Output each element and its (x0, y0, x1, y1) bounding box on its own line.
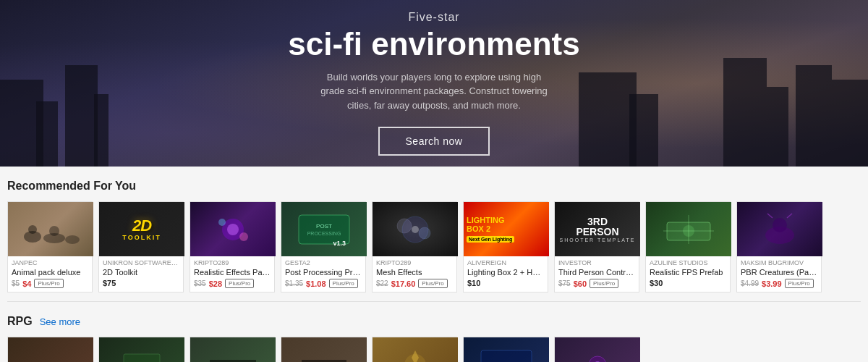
thumb-visual: 3RDPERSON SHOOTER TEMPLATE (555, 202, 640, 256)
recommended-title: Recommended For You (7, 180, 136, 193)
svg-point-8 (239, 232, 248, 241)
thumb-visual: LightingBox 2 Next Gen Lighting (464, 202, 549, 256)
thumb-visual (8, 202, 93, 256)
hero-search-button[interactable]: Search now (378, 127, 490, 156)
hero-title: sci-fi environments (288, 27, 579, 62)
product-info-pbr-creatures: MAKSIM BUGRIMOV PBR Creatures (Pack) $4.… (737, 256, 821, 292)
product-card-post-processing[interactable]: POST PROCESSING v1.3 GESTA2 Post Process… (281, 201, 366, 292)
rpg-product-card-2[interactable] (98, 337, 184, 362)
thumb-visual: Village Exteriors Kit (190, 337, 276, 362)
product-thumb-third-person: 3RDPERSON SHOOTER TEMPLATE (555, 202, 640, 256)
price-row: $22 $17.60 Plus/Pro (376, 279, 453, 288)
old-price: $22 (376, 279, 388, 287)
product-name-label: 2D Toolkit (103, 268, 179, 277)
price-row: $30 (650, 279, 726, 287)
product-name-label: Realistic Effects Pack 4 (194, 268, 271, 277)
product-card-lighting-box[interactable]: LightingBox 2 Next Gen Lighting ALIVEREI… (463, 201, 548, 292)
rpg-product-card-4[interactable]: Village Interiors Kit Village Interiors … (281, 337, 366, 362)
svg-line-23 (767, 214, 773, 218)
publisher-label: INVESTOR (558, 259, 635, 266)
product-card-animal-pack[interactable]: JANPEC Animal pack deluxe $5 $4 Plus/Pro (7, 201, 93, 292)
rpg-product-card-3[interactable]: Village Exteriors Kit Village Exteriors … (190, 337, 275, 362)
rpg-title: RPG (7, 315, 33, 328)
product-card-effects-pack[interactable]: KRIPTO289 Realistic Effects Pack 4 $35 $… (190, 201, 275, 292)
thumb-visual (737, 202, 822, 256)
rpg-thumb-7 (555, 337, 640, 362)
publisher-label: GESTA2 (285, 259, 362, 266)
rpg-product-card-7[interactable] (554, 337, 639, 362)
price: $75 (103, 279, 116, 287)
thumb-visual (190, 202, 276, 256)
thumb-visual (8, 337, 93, 362)
product-card-2d-toolkit[interactable]: 2D TOOLKIT UNIKRON SOFTWARE LTD 2D Toolk… (98, 201, 184, 292)
plus-pro-badge: Plus/Pro (418, 279, 447, 288)
rpg-section: RPG See more (0, 302, 868, 362)
product-thumb-post-processing: POST PROCESSING v1.3 (281, 202, 367, 256)
product-name-label: PBR Creatures (Pack) (741, 268, 817, 277)
plus-pro-badge: Plus/Pro (225, 279, 254, 288)
svg-rect-26 (124, 354, 160, 363)
product-info-fps-prefab: AZULINE STUDIOS Realistic FPS Prefab $30 (646, 256, 730, 291)
svg-point-7 (218, 219, 226, 226)
publisher-label: JANPEC (12, 259, 88, 266)
sale-price: $3.99 (762, 279, 782, 288)
old-price: $75 (558, 279, 571, 287)
product-thumb-pbr-creatures (737, 202, 822, 256)
rpg-thumb-5 (373, 337, 458, 362)
price-row: $75 (103, 279, 179, 287)
thumb-visual (646, 202, 731, 256)
thumb-visual (555, 337, 640, 362)
product-card-mesh-effects[interactable]: KRIPTO289 Mesh Effects $22 $17.60 Plus/P… (372, 201, 457, 292)
rpg-product-card-5[interactable]: Wild Yuchfu... (372, 337, 457, 362)
product-thumb-2d-toolkit: 2D TOOLKIT (99, 202, 184, 256)
hero-banner: Five-star sci-fi environments Build worl… (0, 0, 868, 167)
svg-point-15 (419, 227, 430, 239)
product-info-effects-pack: KRIPTO289 Realistic Effects Pack 4 $35 $… (190, 256, 274, 292)
t3-sub-decoration: SHOOTER TEMPLATE (560, 237, 636, 243)
svg-point-6 (227, 224, 239, 235)
svg-text:POST: POST (316, 223, 332, 230)
publisher-label: ALIVEREIGN (467, 259, 544, 266)
plus-pro-badge: Plus/Pro (329, 279, 358, 288)
product-info-third-person: INVESTOR Third Person Controller -... $7… (555, 256, 639, 292)
hero-content: Five-star sci-fi environments Build worl… (288, 11, 579, 156)
thumb-visual: POST PROCESSING v1.3 (281, 202, 367, 256)
publisher-label: KRIPTO289 (376, 259, 453, 266)
svg-point-4 (65, 235, 80, 244)
product-card-third-person[interactable]: 3RDPERSON SHOOTER TEMPLATE INVESTOR Thir… (554, 201, 639, 292)
product-thumb-mesh-effects (373, 202, 458, 256)
sale-price: $28 (209, 279, 222, 288)
rpg-product-card-1[interactable] (7, 337, 93, 362)
product-name-label: Realistic FPS Prefab (650, 268, 726, 277)
rpg-thumb-1 (8, 337, 93, 362)
sale-price: $60 (574, 279, 587, 288)
svg-text:v1.3: v1.3 (333, 240, 346, 247)
publisher-label: KRIPTO289 (194, 259, 271, 266)
rpg-see-more-link[interactable]: See more (40, 316, 80, 327)
svg-text:PROCESSING: PROCESSING (307, 231, 341, 236)
lb-title-decoration: LightingBox 2 (467, 216, 505, 233)
rpg-thumb-3: Village Exteriors Kit (190, 337, 276, 362)
product-card-fps-prefab[interactable]: AZULINE STUDIOS Realistic FPS Prefab $30 (645, 201, 731, 292)
svg-point-22 (773, 218, 787, 232)
plus-pro-badge: Plus/Pro (590, 279, 618, 288)
hero-description: Build worlds your players long to explor… (318, 70, 550, 113)
lb-badge-decoration: Next Gen Lighting (467, 236, 514, 243)
product-card-pbr-creatures[interactable]: MAKSIM BUGRIMOV PBR Creatures (Pack) $4.… (736, 201, 822, 292)
rpg-header: RPG See more (7, 315, 861, 328)
product-info-animal-pack: JANPEC Animal pack deluxe $5 $4 Plus/Pro (8, 256, 92, 292)
product-info-mesh-effects: KRIPTO289 Mesh Effects $22 $17.60 Plus/P… (373, 256, 456, 292)
product-thumb-fps-prefab (646, 202, 731, 256)
svg-line-24 (787, 214, 792, 218)
thumb-visual: Village Interiors Kit (281, 337, 367, 362)
product-thumb-animal-pack (8, 202, 93, 256)
rpg-product-card-6[interactable] (463, 337, 548, 362)
publisher-label: AZULINE STUDIOS (650, 259, 726, 266)
rpg-thumb-6 (464, 337, 549, 362)
price-row: $35 $28 Plus/Pro (194, 279, 271, 288)
price-row: $10 (467, 279, 544, 287)
thumb-visual (99, 337, 184, 362)
rpg-thumb-2 (99, 337, 184, 362)
toolkit-sub-decoration: TOOLKIT (122, 234, 161, 241)
t3-label-decoration: 3RDPERSON (576, 216, 618, 237)
